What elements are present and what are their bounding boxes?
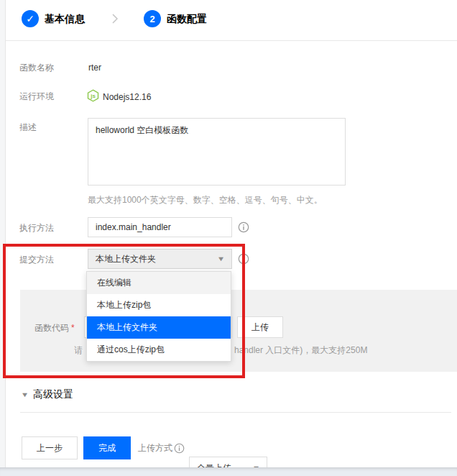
runtime-value: Nodejs12.16 (103, 92, 151, 102)
description-textarea[interactable]: helloworld 空白模板函数 (88, 118, 346, 186)
step2-number: 2 (149, 14, 154, 24)
page-bottom-strip (0, 467, 457, 476)
chevron-right-icon (109, 12, 121, 25)
step2-circle: 2 (144, 10, 161, 27)
step-function-config[interactable]: 2 函数配置 (144, 10, 207, 27)
runtime-label: 运行环境 (19, 91, 54, 101)
submit-method-label: 提交方法 (19, 255, 54, 265)
submit-method-select[interactable]: 本地上传文件夹 ▼ (88, 249, 232, 269)
step2-label: 函数配置 (167, 10, 207, 27)
upload-mode-info-icon[interactable] (174, 443, 185, 454)
section-divider (20, 412, 451, 413)
function-code-label: 函数代码* (34, 323, 75, 333)
function-name-value: rter (88, 63, 101, 73)
page-left-gutter (0, 0, 6, 467)
dropdown-option-local-folder[interactable]: 本地上传文件夹 (87, 316, 231, 339)
description-label: 描述 (19, 122, 37, 132)
code-hint-text: handler 入口文件)，最大支持250M (234, 344, 367, 357)
nodejs-icon: js (87, 89, 99, 102)
advanced-settings-toggle[interactable]: ▼ 高级设置 (22, 388, 73, 401)
handler-label: 执行方法 (19, 223, 54, 233)
step1-circle: ✓ (22, 10, 39, 27)
function-name-label: 函数名称 (19, 63, 54, 73)
step-basic-info[interactable]: ✓ 基本信息 (22, 10, 85, 27)
required-asterisk: * (71, 323, 75, 333)
dropdown-option-online-edit[interactable]: 在线编辑 (87, 272, 231, 294)
submit-method-info-icon[interactable] (238, 253, 249, 265)
upload-button[interactable]: 上传 (237, 316, 283, 338)
caret-down-icon: ▼ (217, 255, 226, 262)
previous-step-button[interactable]: 上一步 (22, 436, 78, 459)
code-hint-fragment: 请 (74, 344, 83, 356)
submit-method-value: 本地上传文件夹 (96, 253, 156, 265)
upload-mode-label: 上传方式 (138, 442, 172, 454)
description-hint: 最大支持1000个英文字母、数字、空格、逗号、句号、中文。 (88, 194, 323, 206)
submit-method-dropdown-menu: 在线编辑 本地上传zip包 本地上传文件夹 通过cos上传zip包 (86, 271, 231, 362)
handler-input[interactable] (88, 217, 232, 237)
dropdown-option-local-zip[interactable]: 本地上传zip包 (87, 294, 231, 316)
function-code-label-text: 函数代码 (34, 323, 69, 333)
finish-button[interactable]: 完成 (83, 436, 131, 459)
header-divider (6, 40, 457, 41)
triangle-down-icon: ▼ (21, 391, 29, 398)
advanced-settings-label: 高级设置 (33, 388, 73, 401)
nodejs-icon-letters: js (90, 93, 96, 99)
step1-label: 基本信息 (45, 10, 85, 27)
check-icon: ✓ (26, 13, 34, 24)
upload-mode-label-wrap: 上传方式 (138, 442, 185, 454)
dropdown-option-cos-zip[interactable]: 通过cos上传zip包 (87, 339, 231, 361)
handler-info-icon[interactable] (238, 221, 249, 233)
